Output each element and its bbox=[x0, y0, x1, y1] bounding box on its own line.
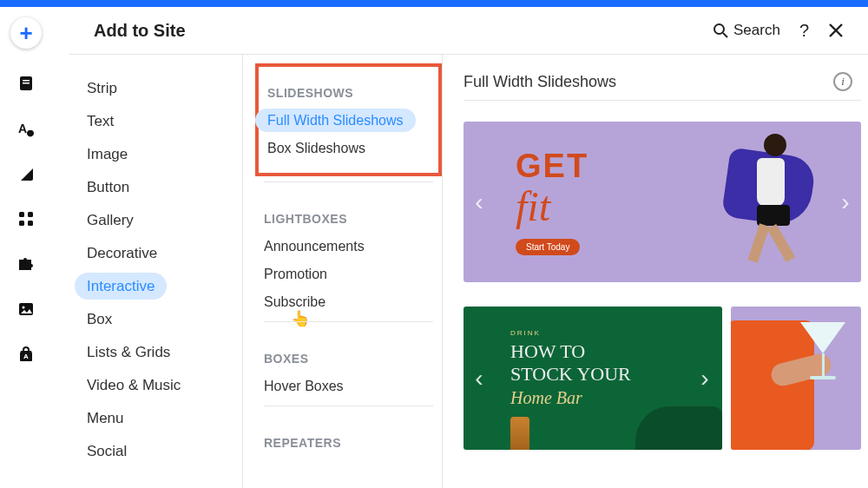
subcat-announcements[interactable]: Announcements bbox=[264, 233, 438, 260]
subcat-promotion[interactable]: Promotion bbox=[264, 260, 438, 288]
category-social[interactable]: Social bbox=[87, 435, 242, 468]
slide1-subhead: fit bbox=[516, 182, 550, 230]
svg-rect-7 bbox=[28, 212, 33, 217]
search-button[interactable]: Search bbox=[713, 22, 780, 39]
slide2-tag: DRINK bbox=[510, 329, 722, 337]
svg-rect-9 bbox=[28, 221, 33, 226]
subcat-subscribe[interactable]: Subscribe bbox=[264, 288, 438, 316]
panel-title: Add to Site bbox=[94, 21, 186, 41]
category-list: Strip Text Image Button Gallery Decorati… bbox=[69, 55, 243, 488]
category-text[interactable]: Text bbox=[87, 105, 242, 138]
design-icon[interactable]: A bbox=[16, 118, 36, 139]
category-menu[interactable]: Menu bbox=[87, 402, 242, 435]
left-rail: + A A bbox=[0, 7, 52, 488]
slide-prev-icon[interactable]: ‹ bbox=[470, 188, 488, 217]
category-box[interactable]: Box bbox=[87, 303, 242, 336]
svg-line-14 bbox=[723, 33, 727, 37]
divider bbox=[264, 181, 433, 182]
svg-point-11 bbox=[23, 307, 25, 309]
martini-graphic bbox=[800, 322, 845, 379]
svg-text:A: A bbox=[23, 353, 29, 360]
category-interactive[interactable]: Interactive bbox=[87, 270, 242, 303]
slideshow-template-2[interactable]: DRINK HOW TO STOCK YOUR Home Bar ‹ › bbox=[464, 307, 861, 450]
add-panel: Add to Site Search ? Strip Text Image Bu… bbox=[69, 7, 868, 488]
section-icon[interactable] bbox=[16, 163, 36, 184]
slide2-right-panel bbox=[731, 307, 861, 450]
slideshow-template-1[interactable]: GET fit Start Today ‹ › bbox=[464, 122, 861, 282]
top-accent-bar bbox=[0, 0, 868, 7]
glass-graphic bbox=[510, 417, 529, 450]
category-lists-grids[interactable]: Lists & Grids bbox=[87, 336, 242, 369]
subcat-box-slideshows[interactable]: Box Slideshows bbox=[267, 135, 435, 162]
highlight-box: SLIDESHOWS Full Width Slideshows Box Sli… bbox=[255, 63, 442, 176]
slide1-headline: GET bbox=[516, 148, 589, 185]
add-element-button[interactable]: + bbox=[10, 17, 42, 49]
svg-text:A: A bbox=[18, 122, 27, 135]
info-button[interactable]: i bbox=[833, 72, 852, 91]
preview-title: Full Width Slideshows bbox=[464, 73, 616, 91]
slide2-left-panel: DRINK HOW TO STOCK YOUR Home Bar ‹ bbox=[464, 307, 722, 450]
slide-next-icon[interactable]: › bbox=[837, 188, 854, 217]
category-decorative[interactable]: Decorative bbox=[87, 237, 242, 270]
group-lightboxes-title: LIGHTBOXES bbox=[264, 212, 438, 226]
slide1-cta: Start Today bbox=[516, 239, 580, 255]
svg-rect-6 bbox=[19, 212, 24, 217]
category-gallery[interactable]: Gallery bbox=[87, 204, 242, 237]
search-label: Search bbox=[733, 22, 780, 39]
preview-header: Full Width Slideshows i bbox=[464, 72, 861, 101]
svg-point-13 bbox=[714, 24, 724, 34]
media-icon[interactable] bbox=[16, 299, 36, 320]
puzzle-icon[interactable] bbox=[16, 254, 36, 274]
apps-grid-icon[interactable] bbox=[16, 208, 36, 229]
close-button[interactable] bbox=[828, 23, 844, 38]
panel-header: Add to Site Search ? bbox=[69, 7, 868, 55]
svg-rect-2 bbox=[23, 82, 30, 84]
pages-icon[interactable] bbox=[16, 73, 36, 94]
slide2-line1: HOW TO bbox=[510, 340, 722, 363]
subcategory-list: SLIDESHOWS Full Width Slideshows Box Sli… bbox=[243, 55, 443, 488]
slide2-line3: Home Bar bbox=[510, 388, 722, 408]
store-icon[interactable]: A bbox=[16, 344, 36, 365]
category-strip[interactable]: Strip bbox=[87, 72, 242, 105]
category-video-music[interactable]: Video & Music bbox=[87, 369, 242, 402]
svg-rect-1 bbox=[23, 80, 30, 82]
group-boxes-title: BOXES bbox=[264, 352, 438, 366]
slide1-person-graphic bbox=[713, 134, 826, 273]
slide2-line2: STOCK YOUR bbox=[510, 363, 722, 386]
slide-next-icon[interactable]: › bbox=[696, 364, 713, 393]
category-image[interactable]: Image bbox=[87, 138, 242, 171]
divider bbox=[264, 406, 433, 406]
category-button[interactable]: Button bbox=[87, 171, 242, 204]
group-repeaters-title: REPEATERS bbox=[264, 436, 438, 450]
divider bbox=[264, 321, 433, 322]
slide-prev-icon[interactable]: ‹ bbox=[470, 364, 488, 393]
svg-rect-8 bbox=[19, 221, 24, 226]
subcat-hover-boxes[interactable]: Hover Boxes bbox=[264, 373, 438, 400]
preview-pane: Full Width Slideshows i GET fit Start To… bbox=[443, 55, 868, 488]
subcat-full-width-slideshows[interactable]: Full Width Slideshows bbox=[267, 107, 435, 135]
velvet-graphic bbox=[635, 406, 722, 450]
help-button[interactable]: ? bbox=[799, 21, 809, 41]
group-slideshows-title: SLIDESHOWS bbox=[267, 86, 435, 100]
